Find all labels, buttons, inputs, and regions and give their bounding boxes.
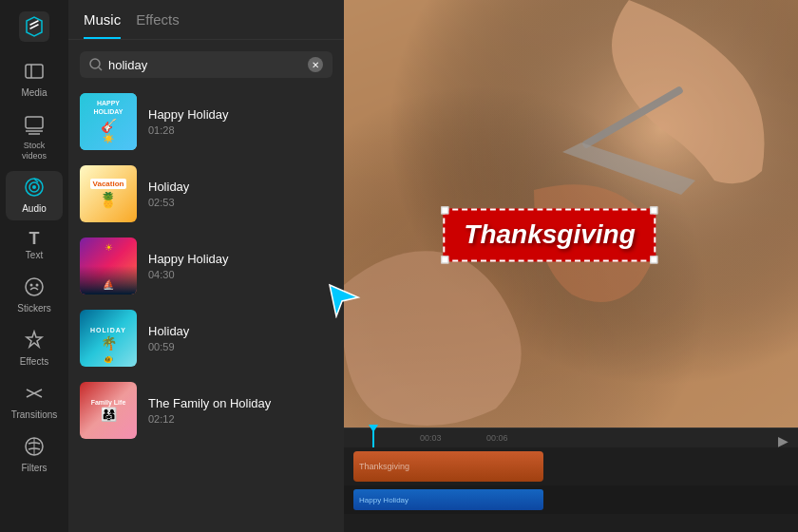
overlay-text: Thanksgiving (464, 219, 635, 250)
track-title: Happy Holiday (148, 252, 332, 266)
track-thumbnail: HOLIDAY 🌴 🐠 (80, 310, 137, 367)
sidebar-item-effects[interactable]: Effects (6, 324, 63, 373)
svg-marker-17 (330, 285, 358, 316)
timeline-ruler: ▶ 00:03 00:06 (344, 428, 798, 447)
sidebar-item-label: Media (21, 87, 47, 99)
sidebar-item-label: Text (26, 250, 43, 261)
thanksgiving-text-overlay[interactable]: Thanksgiving (443, 208, 656, 261)
time-marker-1: 00:03 (420, 433, 442, 443)
resize-handle-br[interactable] (651, 256, 658, 263)
timeline-audio-track: Happy Holiday (344, 485, 798, 514)
sidebar-item-stock-videos[interactable]: Stockvideos (6, 108, 63, 167)
sidebar-item-label: Stickers (17, 303, 51, 314)
track-info: Happy Holiday 04:30 (148, 252, 332, 280)
sidebar: Media Stockvideos Audio T Text (0, 0, 68, 532)
list-item[interactable]: HAPPYHOLIDAY 🎸 ☀️ Happy Holiday 01:28 (68, 86, 344, 158)
timeline-video-track: Thanksgiving (344, 447, 798, 485)
search-bar: ✕ (80, 51, 332, 78)
time-marker-2: 00:06 (486, 433, 508, 443)
sidebar-item-text[interactable]: T Text (6, 224, 63, 267)
track-title: Holiday (148, 324, 332, 338)
list-item[interactable]: ⛵ ☀ Happy Holiday 04:30 (68, 230, 344, 302)
svg-rect-1 (26, 65, 43, 78)
effects-icon (24, 330, 45, 353)
track-duration: 04:30 (148, 269, 332, 280)
search-icon (89, 58, 103, 71)
svg-rect-3 (26, 117, 43, 128)
track-thumbnail: ⛵ ☀ (80, 238, 137, 294)
track-thumbnail: Vacation 🍍 (80, 165, 137, 222)
track-duration: 02:53 (148, 197, 332, 208)
sidebar-item-label: Stockvideos (22, 141, 47, 162)
list-item[interactable]: Family Life 👨‍👩‍👧 The Family on Holiday … (68, 374, 344, 446)
sidebar-item-filters[interactable]: Filters (6, 430, 63, 480)
panel-tabs: Music Effects (68, 0, 344, 40)
text-icon: T (29, 230, 40, 247)
track-info: Holiday 00:59 (148, 324, 332, 352)
track-info: Happy Holiday 01:28 (148, 107, 332, 136)
track-info: Holiday 02:53 (148, 180, 332, 208)
track-title: Holiday (148, 180, 332, 194)
tab-music[interactable]: Music (84, 11, 121, 39)
audio-icon (24, 177, 45, 200)
sidebar-item-media[interactable]: Media (6, 55, 63, 104)
tab-effects[interactable]: Effects (136, 11, 180, 39)
svg-point-8 (32, 185, 36, 189)
filters-icon (24, 436, 45, 460)
music-panel: Music Effects ✕ HAPPYHOLIDAY 🎸 ☀️ Happy … (68, 0, 344, 532)
media-icon (24, 61, 45, 85)
sidebar-item-label: Effects (20, 356, 48, 368)
list-item[interactable]: Vacation 🍍 Holiday 02:53 (68, 158, 344, 230)
preview-area: Thanksgiving (344, 0, 798, 428)
video-clip[interactable]: Thanksgiving (353, 451, 543, 482)
list-item[interactable]: HOLIDAY 🌴 🐠 Holiday 00:59 (68, 302, 344, 374)
sidebar-item-audio[interactable]: Audio (6, 171, 63, 220)
audio-clip[interactable]: Happy Holiday (353, 489, 543, 510)
resize-handle-tl[interactable] (441, 206, 448, 214)
stickers-icon (24, 276, 45, 300)
sidebar-item-label: Filters (21, 463, 47, 474)
play-button[interactable]: ▶ (778, 433, 788, 448)
svg-point-10 (26, 278, 43, 295)
resize-handle-bl[interactable] (441, 256, 448, 263)
sidebar-item-transitions[interactable]: Transitions (6, 377, 63, 427)
track-thumbnail: Family Life 👨‍👩‍👧 (80, 382, 137, 439)
search-clear-button[interactable]: ✕ (308, 57, 323, 72)
track-title: The Family on Holiday (148, 396, 332, 410)
sidebar-item-label: Transitions (11, 409, 58, 421)
svg-point-15 (90, 59, 100, 68)
cursor-pointer (325, 280, 363, 318)
track-thumbnail: HAPPYHOLIDAY 🎸 ☀️ (80, 93, 137, 150)
sidebar-item-label: Audio (22, 203, 47, 215)
music-list: HAPPYHOLIDAY 🎸 ☀️ Happy Holiday 01:28 Va… (68, 86, 344, 532)
track-info: The Family on Holiday 02:12 (148, 396, 332, 425)
sidebar-item-stickers[interactable]: Stickers (6, 271, 63, 320)
svg-point-12 (36, 283, 39, 286)
stock-videos-icon (24, 114, 45, 138)
transitions-icon (24, 383, 45, 407)
app-logo (17, 10, 51, 44)
track-title: Happy Holiday (148, 107, 332, 122)
search-input[interactable] (108, 58, 302, 72)
svg-line-16 (99, 67, 102, 70)
resize-handle-tr[interactable] (651, 206, 658, 214)
track-duration: 00:59 (148, 341, 332, 352)
track-duration: 02:12 (148, 413, 332, 425)
track-duration: 01:28 (148, 124, 332, 136)
svg-point-11 (30, 283, 33, 286)
timeline-area: ▶ 00:03 00:06 Thanksgiving Happy Holiday (344, 428, 798, 532)
